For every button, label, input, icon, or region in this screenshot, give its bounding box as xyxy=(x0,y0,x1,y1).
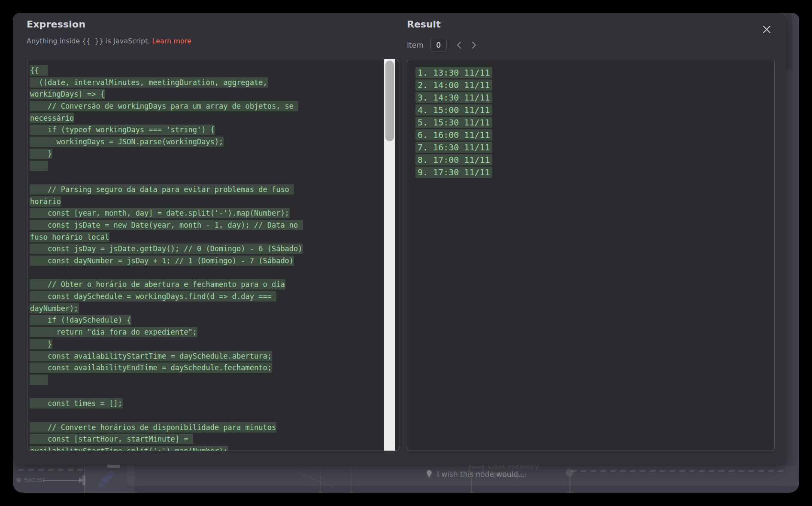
connection-endpoint-dot xyxy=(16,478,21,482)
code-line xyxy=(30,386,382,398)
node-feedback-bar[interactable]: I wish this node would... xyxy=(426,469,525,479)
item-pagination: Item 0 xyxy=(407,38,477,52)
code-lines: {{ ((date, intervalMinutes, meetingDurat… xyxy=(30,65,382,451)
code-line: const [startHour, startMinute] = xyxy=(30,433,382,445)
code-line: const jsDay = jsDate.getDay(); // 0 (Dom… xyxy=(30,243,382,255)
learn-more-link[interactable]: Learn more xyxy=(152,37,191,45)
connection-arrow-line xyxy=(43,480,80,481)
result-item: 5. 15:30 11/11 xyxy=(415,116,492,129)
editor-scrollbar-track[interactable] xyxy=(384,59,395,451)
previous-item-button[interactable] xyxy=(456,41,462,49)
code-line: // Converte horários de disponibilidade … xyxy=(30,422,382,434)
expression-title: Expression xyxy=(27,19,85,30)
code-line: const dayNumber = jsDay + 1; // 1 (Domin… xyxy=(30,255,382,267)
feedback-placeholder: I wish this node would... xyxy=(437,470,525,479)
code-line: horário xyxy=(30,196,382,208)
code-line: workingDays = JSON.parse(workingDays); xyxy=(30,136,382,148)
close-modal-button[interactable] xyxy=(760,22,773,36)
code-line: availabilityStartTime.split(':').map(Num… xyxy=(30,445,382,451)
result-item: 6. 16:00 11/11 xyxy=(415,129,492,141)
code-line xyxy=(30,160,382,172)
result-title: Result xyxy=(407,19,441,30)
code-line xyxy=(30,267,382,279)
result-item: 2. 14:00 11/11 xyxy=(415,79,492,91)
lightbulb-icon xyxy=(426,469,433,479)
result-item: 1. 13:30 11/11 xyxy=(415,67,492,79)
item-index-input[interactable]: 0 xyxy=(430,38,447,52)
code-line: const jsDate = new Date(year, month - 1,… xyxy=(30,219,382,232)
ndv-right-edge xyxy=(786,13,792,70)
expression-subtitle: Anything inside{{ }}is JavaScript.Learn … xyxy=(27,37,194,45)
expression-result-panel[interactable]: 1. 13:30 11/112. 14:00 11/113. 14:30 11/… xyxy=(407,59,775,451)
browser-viewport: Success Chat Memory Manager xyxy=(13,13,799,493)
code-line: } xyxy=(30,338,382,351)
item-label: Item xyxy=(407,41,424,49)
result-item: 7. 16:30 11/11 xyxy=(415,141,492,154)
code-line: fuso horário local xyxy=(30,232,382,244)
result-item: 3. 14:30 11/11 xyxy=(415,91,492,104)
canvas-line xyxy=(351,468,351,493)
edit-fields-node-pencil-icon xyxy=(95,468,118,493)
code-line: workingDays) => { xyxy=(30,88,382,101)
canvas-connection-dot xyxy=(566,469,573,476)
code-line: const daySchedule = workingDays.find(d =… xyxy=(30,291,382,303)
code-line: const times = []; xyxy=(30,398,382,410)
result-item: 4. 15:00 11/11 xyxy=(415,104,492,116)
code-line: if (typeof workingDays === 'string') { xyxy=(30,124,382,136)
subtitle-prefix: Anything inside xyxy=(27,37,80,45)
result-list: 1. 13:30 11/112. 14:00 11/113. 14:30 11/… xyxy=(415,67,492,179)
code-line: necessário xyxy=(30,113,382,125)
code-line: } xyxy=(30,148,382,160)
code-line xyxy=(30,374,382,386)
result-item: 8. 17:00 11/11 xyxy=(415,154,492,166)
node-input-port xyxy=(82,475,85,485)
expression-code-editor[interactable]: {{ ((date, intervalMinutes, meetingDurat… xyxy=(27,59,399,451)
expression-editor-modal: Expression Anything inside{{ }}is JavaSc… xyxy=(13,13,786,465)
braces-sample: {{ }} xyxy=(82,37,103,45)
code-line: const [year, month, day] = date.split('-… xyxy=(30,207,382,219)
dashed-connection xyxy=(570,470,784,472)
subtitle-suffix: is JavaScript. xyxy=(106,37,150,45)
code-line: // Conversão de workingDays para um arra… xyxy=(30,101,382,113)
code-line: return "dia fora do expediente"; xyxy=(30,326,382,338)
code-line: if (!daySchedule) { xyxy=(30,314,382,326)
code-line: {{ xyxy=(30,65,382,77)
code-line: // Parsing seguro da data para evitar pr… xyxy=(30,184,382,196)
code-line: const availabilityStartTime = daySchedul… xyxy=(30,351,382,363)
code-line: const availabilityEndTime = daySchedule.… xyxy=(30,362,382,374)
canvas-below-band xyxy=(127,486,799,493)
code-line xyxy=(30,410,382,422)
code-line: // Obter o horário de abertura e fechame… xyxy=(30,279,382,291)
connection-success-label: Success xyxy=(24,477,45,483)
next-item-button[interactable] xyxy=(471,41,477,49)
editor-scrollbar-thumb[interactable] xyxy=(385,61,394,141)
canvas-connection-line xyxy=(570,476,570,493)
canvas-line xyxy=(320,468,321,493)
code-line: ((date, intervalMinutes, meetingDuration… xyxy=(30,77,382,89)
code-line xyxy=(30,172,382,184)
result-item: 9. 17:30 11/11 xyxy=(415,166,492,179)
dashed-connection xyxy=(18,469,84,471)
chevron-right-icon xyxy=(471,41,477,49)
close-icon xyxy=(763,25,771,34)
chevron-left-icon xyxy=(456,41,462,49)
code-line: dayNumber); xyxy=(30,303,382,315)
